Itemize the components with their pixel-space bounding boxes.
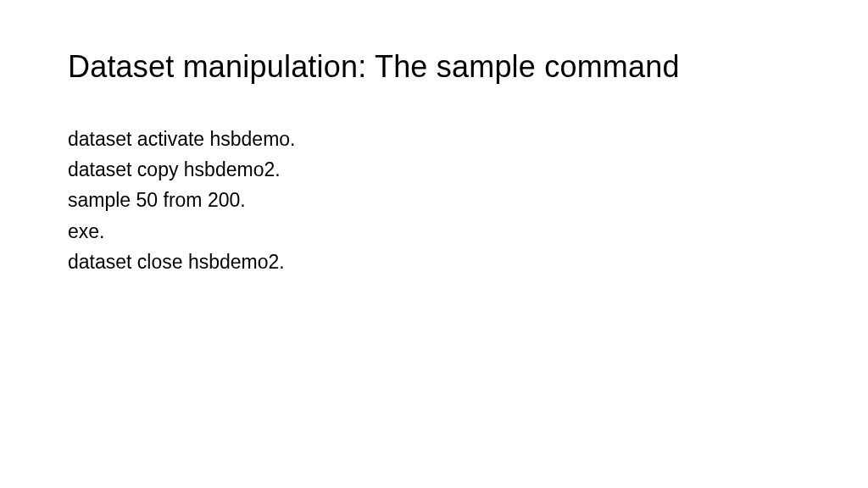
slide-body: dataset activate hsbdemo. dataset copy h… (68, 125, 800, 275)
code-line: dataset activate hsbdemo. (68, 125, 800, 152)
code-line: sample 50 from 200. (68, 186, 800, 214)
code-line: dataset close hsbdemo2. (68, 248, 800, 275)
code-line: dataset copy hsbdemo2. (68, 156, 800, 183)
code-line: exe. (68, 218, 800, 245)
slide-title: Dataset manipulation: The sample command (68, 49, 800, 85)
